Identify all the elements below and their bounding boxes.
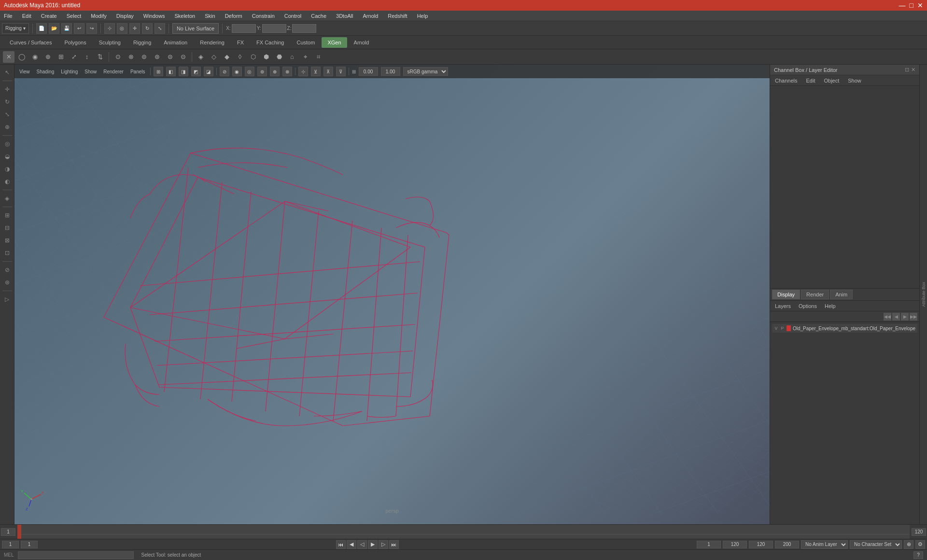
anim-tab[interactable]: Anim	[830, 290, 853, 299]
snap-point-btn[interactable]: ⊡	[1, 247, 13, 259]
sculpt-btn[interactable]: ◒	[1, 151, 13, 162]
vp-show-menu[interactable]: Show	[83, 68, 98, 75]
channel-tab-channels[interactable]: Channels	[773, 77, 799, 84]
menu-item-display[interactable]: Display	[114, 12, 136, 20]
rotate-btn[interactable]: ↻	[142, 23, 153, 34]
xgen-icon-14[interactable]: ⊝	[177, 51, 189, 63]
vp-icon-6[interactable]: ⊘	[220, 67, 229, 76]
display-tab[interactable]: Display	[772, 290, 800, 299]
xgen-icon-12[interactable]: ⊛	[151, 51, 163, 63]
new-scene-btn[interactable]: 📄	[36, 23, 47, 34]
timeline-end-input[interactable]	[912, 528, 926, 536]
layer-arrow-4[interactable]: ▶▶	[910, 313, 917, 321]
xgen-icon-11[interactable]: ⊚	[138, 51, 150, 63]
xgen-icon-13[interactable]: ⊜	[164, 51, 176, 63]
xgen-icon-2[interactable]: ◯	[16, 51, 28, 63]
vp-icon-15[interactable]: ⊽	[336, 67, 346, 76]
step-back-btn[interactable]: ◀	[347, 540, 356, 549]
lasso-btn[interactable]: ◎	[117, 23, 127, 34]
xgen-icon-16[interactable]: ◇	[208, 51, 220, 63]
tab-curves---surfaces[interactable]: Curves / Surfaces	[4, 37, 57, 48]
play-range-end[interactable]	[723, 541, 747, 548]
vp-icon-12[interactable]: ⊹	[298, 67, 308, 76]
grid-btn[interactable]: ⊞	[1, 210, 13, 221]
jump-start-btn[interactable]: ⏮	[336, 540, 346, 549]
menu-item-edit[interactable]: Edit	[20, 12, 33, 20]
menu-item-help[interactable]: Help	[415, 12, 430, 20]
help-subtab[interactable]: Help	[823, 302, 838, 310]
snap-grid-btn[interactable]: ⊟	[1, 222, 13, 234]
vp-icon-5[interactable]: ◪	[204, 67, 213, 76]
menu-item-skin[interactable]: Skin	[203, 12, 217, 20]
layer-vp-btn[interactable]: V	[774, 325, 778, 331]
step-fwd-btn[interactable]: ▷	[379, 540, 388, 549]
vp-icon-2[interactable]: ◧	[166, 67, 176, 76]
channel-tab-show[interactable]: Show	[846, 77, 863, 84]
tab-xgen[interactable]: XGen	[322, 37, 347, 48]
soft-mod-btn[interactable]: ◎	[1, 138, 13, 150]
colorspace-select[interactable]: sRGB gamma	[403, 67, 448, 76]
vp-shading-menu[interactable]: Shading	[35, 68, 56, 75]
menu-item-deform[interactable]: Deform	[223, 12, 244, 20]
menu-item-arnold[interactable]: Arnold	[361, 12, 380, 20]
menu-item-skeleton[interactable]: Skeleton	[172, 12, 197, 20]
tab-rendering[interactable]: Rendering	[194, 37, 230, 48]
universal-tool-btn[interactable]: ⊕	[1, 121, 13, 133]
vp-icon-1[interactable]: ⊞	[154, 67, 163, 76]
tab-polygons[interactable]: Polygons	[58, 37, 92, 48]
y-input[interactable]	[262, 24, 286, 33]
xgen-icon-18[interactable]: ◊	[234, 51, 246, 63]
menu-item-cache[interactable]: Cache	[309, 12, 328, 20]
tab-sculpting[interactable]: Sculpting	[93, 37, 126, 48]
vp-icon-10[interactable]: ⊕	[270, 67, 280, 76]
snap-curve-btn[interactable]: ⊠	[1, 235, 13, 246]
xgen-icon-7[interactable]: ↕	[81, 51, 93, 63]
vp-panels-menu[interactable]: Panels	[128, 68, 147, 75]
jump-end-btn[interactable]: ⏭	[389, 540, 399, 549]
xgen-icon-8[interactable]: ⇅	[94, 51, 106, 63]
vp-icon-4[interactable]: ◩	[191, 67, 201, 76]
no-character-set-dropdown[interactable]: No Character Set	[850, 540, 902, 549]
paint-btn[interactable]: ◑	[1, 163, 13, 175]
menu-item-file[interactable]: File	[2, 12, 14, 20]
vp-icon-9[interactable]: ⊚	[257, 67, 267, 76]
menu-item-constrain[interactable]: Constrain	[250, 12, 277, 20]
xgen-icon-22[interactable]: ⌂	[286, 51, 298, 63]
layers-subtab[interactable]: Layers	[773, 302, 793, 310]
channel-tab-object[interactable]: Object	[822, 77, 841, 84]
hide-btn[interactable]: ⊘	[1, 264, 13, 276]
xgen-icon-15[interactable]: ◈	[195, 51, 207, 63]
layer-arrow-1[interactable]: ◀◀	[884, 313, 891, 321]
tab-rigging[interactable]: Rigging	[127, 37, 157, 48]
vp-lighting-menu[interactable]: Lighting	[59, 68, 80, 75]
xgen-icon-4[interactable]: ⊕	[42, 51, 54, 63]
select-tool-btn[interactable]: ↖	[1, 67, 13, 78]
select-btn[interactable]: ⊹	[104, 23, 115, 34]
layer-p-btn[interactable]: P	[780, 325, 785, 331]
tab-animation[interactable]: Animation	[158, 37, 193, 48]
z-input[interactable]	[292, 24, 316, 33]
char-set-btn[interactable]: ⊕	[904, 540, 913, 549]
vp-view-menu[interactable]: View	[17, 68, 32, 75]
vp-icon-13[interactable]: ⊻	[311, 67, 321, 76]
move-tool-btn[interactable]: ✛	[1, 84, 13, 95]
isolate-btn[interactable]: ⊛	[1, 277, 13, 288]
options-subtab[interactable]: Options	[797, 302, 819, 310]
vp-icon-8[interactable]: ◎	[245, 67, 254, 76]
tab-arnold[interactable]: Arnold	[348, 37, 375, 48]
open-btn[interactable]: 📂	[49, 23, 59, 34]
viewport[interactable]: View Shading Lighting Show Renderer Pane…	[14, 65, 770, 524]
tab-custom[interactable]: Custom	[291, 37, 321, 48]
tab-fx-caching[interactable]: FX Caching	[251, 37, 290, 48]
xgen-icon-5[interactable]: ⊞	[55, 51, 67, 63]
show-manip-btn[interactable]: ◈	[1, 193, 13, 204]
menu-item-redshift[interactable]: Redshift	[386, 12, 409, 20]
close-button[interactable]: ✕	[917, 1, 923, 9]
menu-item-modify[interactable]: Modify	[89, 12, 108, 20]
play-fwd-btn[interactable]: ▶	[368, 540, 378, 549]
panel-close-btn[interactable]: ✕	[911, 67, 915, 73]
xgen-icon-19[interactable]: ⬡	[247, 51, 259, 63]
max-range-input[interactable]	[775, 541, 799, 548]
settings-btn[interactable]: ⚙	[915, 540, 925, 549]
undo-btn[interactable]: ↩	[74, 23, 84, 34]
